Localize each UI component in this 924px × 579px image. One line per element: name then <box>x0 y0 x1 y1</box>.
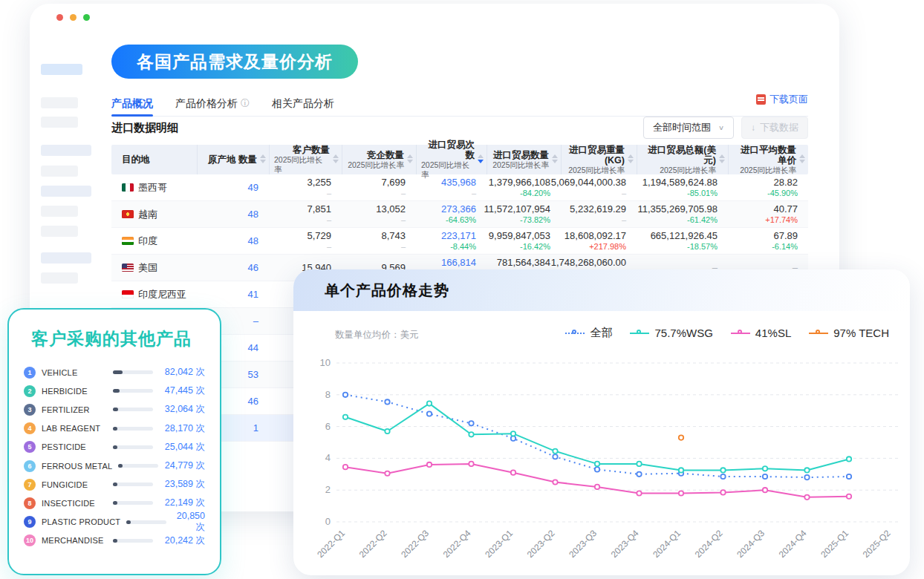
column-header-4[interactable]: 竞企数量2025同比增长率 <box>342 145 416 174</box>
yoy-percent: – <box>622 215 626 226</box>
country-name: 印度尼西亚 <box>138 289 186 300</box>
yoy-percent: – <box>327 215 331 226</box>
origin-count-link[interactable]: – <box>253 315 258 327</box>
table-row[interactable]: 印度485,729–8,743–223,171-8.44%9,959,847,0… <box>111 228 808 255</box>
data-point <box>595 462 599 466</box>
minimize-button[interactable] <box>70 14 77 21</box>
data-point <box>427 411 432 416</box>
product-name: VEHICLE <box>42 368 107 377</box>
column-header-9[interactable]: 进口平均数量单价2025同比增长率 <box>728 145 808 174</box>
column-header-8[interactable]: 进口贸易总额(美元)2025同比增长率 <box>637 145 728 174</box>
sidebar-skeleton-bar <box>41 64 82 75</box>
data-point <box>511 436 515 440</box>
column-header-2[interactable]: 原产地 数量 <box>197 145 269 174</box>
data-point <box>469 432 473 436</box>
origin-count-link[interactable]: 49 <box>248 182 258 193</box>
data-point <box>469 421 473 425</box>
column-subtitle: 2025同比增长率 <box>348 160 404 170</box>
product-bar <box>126 520 166 524</box>
price-trend-chart: 02468102022-Q12022-Q22022-Q32022-Q42023-… <box>293 342 910 565</box>
data-point <box>763 488 767 492</box>
product-list-item[interactable]: 3FERTILIZER32,064 次 <box>24 400 205 419</box>
yoy-percent: -18.57% <box>687 241 718 252</box>
trade-times-link[interactable]: 223,171 <box>441 230 476 241</box>
product-bar <box>113 482 153 486</box>
column-header-7[interactable]: 进口贸易重量(KG)2025同比增长率 <box>561 145 637 174</box>
origin-count-link[interactable]: 46 <box>248 396 258 407</box>
x-axis-tick: 2023-Q4 <box>609 528 641 560</box>
maximize-button[interactable] <box>83 14 90 21</box>
metric-cell: 11,355,269,705.98-61.42% <box>637 201 728 227</box>
download-page-button[interactable]: 下载页面 <box>756 93 808 106</box>
x-axis-tick: 2025-Q1 <box>819 528 850 560</box>
origin-count-cell: 49 <box>197 174 269 200</box>
product-name: FERROUS METAL <box>42 462 112 471</box>
chart-legend: 全部75.7%WSG41%SL97% TECH <box>565 326 889 340</box>
tab-1[interactable]: 产品概况 <box>111 90 153 117</box>
metric-cell: 665,121,926.45-18.57% <box>637 228 728 254</box>
x-axis-tick: 2022-Q2 <box>357 528 389 560</box>
origin-count-link[interactable]: 46 <box>248 262 258 273</box>
rank-badge: 1 <box>24 367 36 379</box>
table-row[interactable]: 越南487,851–13,052–273,366-64.63%11,572,10… <box>111 201 808 228</box>
y-axis-tick: 2 <box>325 484 331 495</box>
column-header-5[interactable]: 进口贸易次数2025同比增长率 <box>416 145 487 174</box>
origin-count-link[interactable]: 48 <box>248 235 258 246</box>
other-products-title: 客户采购的其他产品 <box>31 327 220 350</box>
rank-badge: 2 <box>24 385 36 397</box>
product-name: LAB REAGENT <box>42 424 107 433</box>
product-list-item[interactable]: 5PESTICIDE25,044 次 <box>24 438 205 457</box>
origin-count-link[interactable]: 44 <box>248 342 258 353</box>
data-point <box>720 474 725 479</box>
legend-item[interactable]: 75.7%WSG <box>630 327 712 339</box>
x-axis-tick: 2023-Q2 <box>525 528 557 560</box>
product-list-item[interactable]: 1VEHICLE82,042 次 <box>24 363 205 382</box>
product-list-item[interactable]: 4LAB REAGENT28,170 次 <box>24 419 205 438</box>
product-list-item[interactable]: 6FERROUS METAL24,779 次 <box>24 457 205 475</box>
close-button[interactable] <box>56 14 63 21</box>
origin-count-link[interactable]: 1 <box>253 422 258 434</box>
data-point <box>679 491 683 495</box>
window-controls <box>56 14 90 21</box>
country-flag-icon <box>122 237 134 245</box>
column-header-6[interactable]: 进口贸易数量2025同比增长率 <box>487 145 561 174</box>
product-count: 23,589 次 <box>159 478 205 491</box>
trade-times-link[interactable]: 273,366 <box>441 203 476 215</box>
column-title: 进口贸易重量(KG) <box>566 145 625 166</box>
time-range-select[interactable]: 全部时间范围 ∨ <box>643 117 734 139</box>
metric-cell: 8,743– <box>342 228 416 254</box>
legend-item[interactable]: 41%SL <box>731 327 791 339</box>
tab-3[interactable]: 相关产品分析 <box>272 90 334 117</box>
metric-value: 40.77 <box>773 203 798 215</box>
product-bar-fill <box>113 408 118 411</box>
yoy-percent: – <box>401 215 406 226</box>
product-bar-fill <box>113 370 123 374</box>
product-list-item[interactable]: 9PLASTIC PRODUCT20,850 次 <box>24 513 205 531</box>
product-list-item[interactable]: 10MERCHANDISE20,242 次 <box>24 531 205 550</box>
tab-2[interactable]: 产品价格分析ⓘ <box>175 90 250 117</box>
x-axis-tick: 2025-Q2 <box>861 528 893 560</box>
metric-cell: 11,572,107,954-73.82% <box>487 201 561 227</box>
x-axis-tick: 2022-Q3 <box>399 528 431 560</box>
legend-item[interactable]: 97% TECH <box>809 327 889 339</box>
column-header-3[interactable]: 客户数量2025同比增长率 <box>269 145 342 174</box>
section-bar: 进口数据明细 全部时间范围 ∨ ↓ 下载数据 <box>111 115 808 140</box>
product-list-item[interactable]: 2HERBICIDE47,445 次 <box>24 382 205 400</box>
metric-cell: 7,699– <box>342 174 416 200</box>
download-data-button[interactable]: ↓ 下载数据 <box>741 117 808 139</box>
product-list-item[interactable]: 7FUNGICIDE23,589 次 <box>24 475 205 494</box>
destination-cell: 印度尼西亚 <box>111 281 197 307</box>
country-name: 墨西哥 <box>138 182 167 193</box>
origin-count-link[interactable]: 53 <box>248 369 258 380</box>
sort-icon <box>628 154 634 163</box>
yoy-percent: -8.44% <box>450 241 476 252</box>
country-name: 越南 <box>138 209 157 220</box>
origin-count-link[interactable]: 41 <box>248 289 258 300</box>
product-bar <box>113 389 153 393</box>
trade-times-link[interactable]: 166,814 <box>441 257 476 268</box>
metric-cell: 40.77+17.74% <box>728 201 808 227</box>
table-header: 目的地原产地 数量客户数量2025同比增长率竞企数量2025同比增长率进口贸易次… <box>111 145 808 174</box>
legend-item[interactable]: 全部 <box>565 326 612 340</box>
data-point <box>720 468 725 472</box>
origin-count-link[interactable]: 48 <box>248 209 258 220</box>
